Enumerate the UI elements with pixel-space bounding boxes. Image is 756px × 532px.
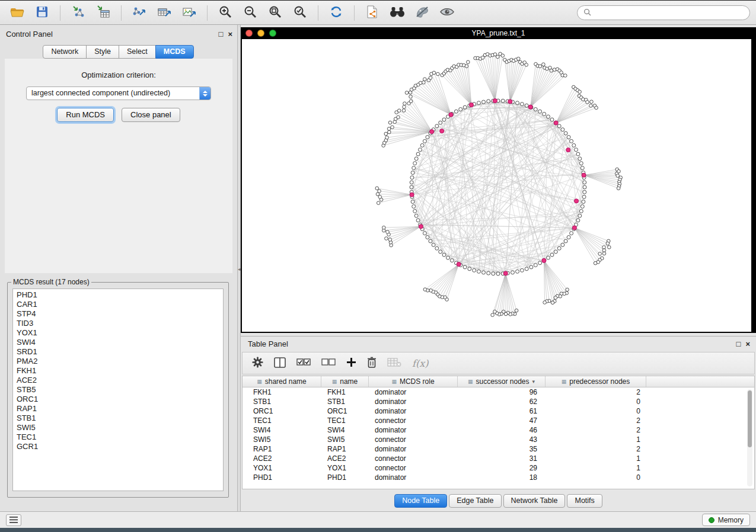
tab-network-table[interactable]: Network Table — [503, 494, 566, 508]
table-cell: ORC1 — [321, 407, 369, 415]
graphics-details-button[interactable] — [411, 4, 433, 23]
zoom-out-button[interactable] — [239, 4, 261, 23]
binoculars-icon — [389, 6, 406, 20]
mcds-result-item[interactable]: STB1 — [13, 414, 223, 423]
mcds-result-item[interactable]: PHD1 — [13, 290, 223, 300]
show-hide-button[interactable] — [436, 4, 458, 23]
delete-table-button[interactable] — [387, 358, 401, 369]
share-document-button[interactable] — [361, 4, 384, 23]
mcds-result-item[interactable]: TEC1 — [13, 432, 223, 442]
mcds-result-item[interactable]: ACE2 — [13, 376, 223, 385]
show-columns-button[interactable] — [274, 357, 286, 370]
table-row[interactable]: SWI4SWI4dominator462 — [243, 425, 754, 435]
tab-select[interactable]: Select — [119, 45, 156, 59]
application-window: Control Panel □ × Network Style Select M… — [0, 0, 756, 527]
zoom-in-button[interactable] — [214, 4, 237, 23]
graphics-details-icon — [415, 5, 429, 20]
table-row[interactable]: FKH1FKH1dominator962 — [243, 387, 754, 397]
close-panel-button[interactable]: × — [228, 30, 232, 39]
table-settings-button[interactable] — [252, 357, 263, 370]
function-builder-button[interactable]: f(x) — [412, 358, 428, 369]
mcds-result-item[interactable]: ORC1 — [13, 395, 223, 404]
table-vertical-scrollbar[interactable] — [747, 389, 752, 486]
mcds-result-item[interactable]: GCR1 — [13, 442, 223, 451]
table-cell: 1 — [546, 464, 646, 472]
table-row[interactable]: STB1STB1dominator620 — [243, 397, 754, 406]
refresh-view-button[interactable] — [325, 4, 347, 23]
mcds-result-item[interactable]: RAP1 — [13, 404, 223, 414]
mcds-result-item[interactable]: YOX1 — [13, 328, 223, 338]
close-table-panel-button[interactable]: × — [745, 339, 750, 348]
sort-dropdown-icon[interactable]: ▾ — [532, 379, 535, 384]
export-table-button[interactable] — [153, 4, 176, 23]
network-window-titlebar[interactable]: YPA_prune.txt_1 — [241, 27, 756, 39]
mcds-result-item[interactable]: PMA2 — [13, 357, 223, 366]
search-field[interactable] — [577, 5, 750, 20]
mcds-result-item[interactable]: SWI5 — [13, 423, 223, 432]
mcds-result-item[interactable]: STB5 — [13, 385, 223, 395]
network-graph[interactable] — [242, 39, 751, 332]
table-row[interactable]: RAP1RAP1dominator352 — [243, 444, 754, 454]
float-panel-button[interactable]: □ — [219, 30, 224, 39]
table-cell: 43 — [458, 435, 546, 444]
table-cell: connector — [369, 454, 458, 463]
refresh-icon — [329, 5, 343, 21]
tab-style[interactable]: Style — [86, 45, 119, 59]
delete-column-button[interactable] — [367, 357, 377, 370]
mcds-result-item[interactable]: CAR1 — [13, 300, 223, 309]
table-cell: 0 — [546, 407, 646, 415]
optimization-criterion-select[interactable]: largest connected component (undirected) — [26, 86, 211, 100]
table-cell: 29 — [458, 464, 546, 472]
network-canvas[interactable] — [242, 39, 751, 332]
table-row[interactable]: ACE2ACE2connector311 — [243, 454, 754, 463]
mcds-result-item[interactable]: STP4 — [13, 309, 223, 319]
tab-node-table[interactable]: Node Table — [394, 494, 447, 508]
mcds-result-item[interactable]: SWI4 — [13, 338, 223, 347]
run-mcds-button[interactable]: Run MCDS — [57, 108, 114, 122]
export-network-button[interactable] — [128, 4, 151, 23]
memory-button[interactable]: Memory — [702, 514, 750, 526]
table-row[interactable]: PHD1PHD1dominator180 — [243, 473, 754, 482]
maximize-window-icon[interactable] — [269, 30, 276, 37]
create-column-button[interactable] — [346, 357, 356, 369]
close-panel-button-mcds[interactable]: Close panel — [122, 108, 180, 122]
save-session-button[interactable] — [31, 4, 53, 23]
minimize-window-icon[interactable] — [257, 30, 264, 37]
column-type-icon: ▦ — [391, 379, 397, 384]
column-header-predecessor-nodes[interactable]: ▦ predecessor nodes — [546, 376, 646, 387]
mcds-result-item[interactable]: FKH1 — [13, 366, 223, 376]
status-menu-button[interactable] — [6, 514, 21, 526]
search-input[interactable] — [595, 9, 744, 17]
table-row[interactable]: ORC1ORC1dominator610 — [243, 406, 754, 416]
float-table-panel-button[interactable]: □ — [736, 339, 741, 348]
import-table-button[interactable] — [92, 4, 114, 23]
tab-edge-table[interactable]: Edge Table — [449, 494, 501, 508]
plus-icon — [346, 357, 356, 369]
open-file-button[interactable] — [6, 4, 28, 23]
mcds-result-item[interactable]: TID3 — [13, 319, 223, 328]
mcds-result-item[interactable]: SRD1 — [13, 347, 223, 357]
table-cell: STB1 — [321, 398, 369, 406]
table-row[interactable]: SWI5SWI5connector431 — [243, 435, 754, 444]
table-row[interactable]: YOX1YOX1connector291 — [243, 463, 754, 473]
tab-mcds[interactable]: MCDS — [155, 45, 194, 59]
import-network-button[interactable] — [67, 4, 90, 23]
tab-network[interactable]: Network — [43, 45, 87, 59]
column-header-successor-nodes[interactable]: ▦ successor nodes ▾ — [458, 376, 546, 387]
close-window-icon[interactable] — [245, 30, 253, 37]
export-image-button[interactable] — [178, 4, 200, 23]
column-header-name[interactable]: ▦ name — [321, 376, 369, 387]
zoom-selected-button[interactable] — [289, 4, 311, 23]
mcds-result-list[interactable]: PHD1CAR1STP4TID3YOX1SWI4SRD1PMA2FKH1ACE2… — [12, 289, 224, 491]
deselect-all-columns-button[interactable] — [321, 358, 336, 368]
column-header-mcds-role[interactable]: ▦ MCDS role — [369, 376, 458, 387]
scrollbar-thumb[interactable] — [748, 390, 752, 447]
select-all-columns-button[interactable] — [296, 358, 311, 368]
table-cell: SWI4 — [243, 426, 321, 434]
zoom-fit-button[interactable] — [264, 4, 286, 23]
table-row[interactable]: TEC1TEC1connector472 — [243, 416, 754, 425]
find-button[interactable] — [386, 4, 409, 23]
table-cell: 35 — [458, 445, 546, 453]
column-header-shared-name[interactable]: ▦ shared name — [243, 376, 321, 387]
tab-motifs[interactable]: Motifs — [567, 494, 602, 508]
